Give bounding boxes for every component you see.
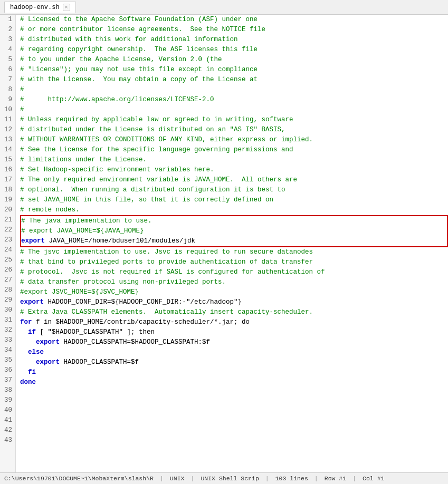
status-unix: UNIX bbox=[170, 475, 185, 482]
status-type: UNIX Shell Scrip bbox=[201, 475, 259, 482]
code-line: export HADOOP_CONF_DIR=${HADOOP_CONF_DIR… bbox=[20, 297, 448, 307]
code-line: # http://www.apache.org/licenses/LICENSE… bbox=[20, 95, 448, 105]
editor-area: 1234567891011121314151617181920212223242… bbox=[0, 15, 448, 472]
line-number: 25 bbox=[0, 255, 15, 265]
code-line: # with the License. You may obtain a cop… bbox=[20, 75, 448, 85]
line-number: 32 bbox=[0, 325, 15, 335]
code-line: # protocol. Jsvc is not required if SASL… bbox=[20, 267, 448, 277]
line-number: 41 bbox=[0, 415, 15, 425]
line-number: 26 bbox=[0, 265, 15, 275]
highlighted-block: # The java implementation to use.# expor… bbox=[20, 215, 448, 247]
code-line: # See the License for the specific langu… bbox=[20, 145, 448, 155]
file-tab[interactable]: hadoop-env.sh × bbox=[4, 2, 76, 13]
status-col: Col #1 bbox=[363, 475, 384, 482]
line-number: 19 bbox=[0, 195, 15, 205]
code-line: else bbox=[20, 347, 448, 357]
line-number: 13 bbox=[0, 135, 15, 145]
line-number: 11 bbox=[0, 115, 15, 125]
line-number: 10 bbox=[0, 105, 15, 115]
code-line: #export JSVC_HOME=${JSVC_HOME} bbox=[20, 287, 448, 297]
code-line: for f in $HADOOP_HOME/contrib/capacity-s… bbox=[20, 317, 448, 327]
line-number: 35 bbox=[0, 355, 15, 365]
code-line: # The jsvc implementation to use. Jsvc i… bbox=[20, 247, 448, 257]
line-number: 9 bbox=[0, 95, 15, 105]
code-line: # Set Hadoop-specific environment variab… bbox=[20, 165, 448, 175]
code-line: # bbox=[20, 85, 448, 95]
line-number: 40 bbox=[0, 405, 15, 415]
code-line: # Licensed to the Apache Software Founda… bbox=[20, 15, 448, 25]
line-number: 4 bbox=[0, 45, 15, 55]
status-path: C:\Users\19701\DOCUME~1\MobaXterm\slash\… bbox=[4, 475, 154, 482]
line-number: 33 bbox=[0, 335, 15, 345]
code-line: # that bind to privileged ports to provi… bbox=[20, 257, 448, 267]
code-line: # Unless required by applicable law or a… bbox=[20, 115, 448, 125]
line-number: 2 bbox=[0, 25, 15, 35]
status-bar: C:\Users\19701\DOCUME~1\MobaXterm\slash\… bbox=[0, 472, 448, 484]
line-number: 30 bbox=[0, 305, 15, 315]
line-number: 38 bbox=[0, 385, 15, 395]
line-number: 27 bbox=[0, 275, 15, 285]
code-line: # set JAVA_HOME in this file, so that it… bbox=[20, 195, 448, 205]
code-line: export HADOOP_CLASSPATH=$f bbox=[20, 357, 448, 367]
code-line: # export JAVA_HOME=${JAVA_HOME} bbox=[21, 226, 447, 236]
code-content[interactable]: # Licensed to the Apache Software Founda… bbox=[16, 15, 448, 472]
code-line: # Extra Java CLASSPATH elements. Automat… bbox=[20, 307, 448, 317]
tab-close-button[interactable]: × bbox=[63, 4, 70, 11]
code-line: # optional. When running a distributed c… bbox=[20, 185, 448, 195]
line-number: 37 bbox=[0, 375, 15, 385]
line-number: 43 bbox=[0, 435, 15, 446]
line-number: 15 bbox=[0, 155, 15, 165]
code-line: if [ "$HADOOP_CLASSPATH" ]; then bbox=[20, 327, 448, 337]
code-line: # "License"); you may not use this file … bbox=[20, 65, 448, 75]
line-number: 14 bbox=[0, 145, 15, 155]
code-line: # WITHOUT WARRANTIES OR CONDITIONS OF AN… bbox=[20, 135, 448, 145]
line-number: 42 bbox=[0, 425, 15, 435]
line-number: 3 bbox=[0, 35, 15, 45]
line-number: 34 bbox=[0, 345, 15, 355]
line-number: 6 bbox=[0, 65, 15, 75]
title-bar: hadoop-env.sh × bbox=[0, 0, 448, 15]
code-line: # remote nodes. bbox=[20, 205, 448, 215]
line-numbers: 1234567891011121314151617181920212223242… bbox=[0, 15, 16, 472]
line-number: 8 bbox=[0, 85, 15, 95]
line-number: 23 bbox=[0, 235, 15, 245]
line-number: 31 bbox=[0, 315, 15, 325]
code-line: # bbox=[20, 105, 448, 115]
line-number: 18 bbox=[0, 185, 15, 195]
code-line: done bbox=[20, 377, 448, 388]
line-number: 7 bbox=[0, 75, 15, 85]
code-line: # regarding copyright ownership. The ASF… bbox=[20, 45, 448, 55]
code-line: # The only required environment variable… bbox=[20, 175, 448, 185]
status-lines: 103 lines bbox=[275, 475, 308, 482]
line-number: 28 bbox=[0, 285, 15, 295]
line-number: 12 bbox=[0, 125, 15, 135]
code-line: # distributed with this work for additio… bbox=[20, 35, 448, 45]
line-number: 20 bbox=[0, 205, 15, 215]
line-number: 39 bbox=[0, 395, 15, 405]
line-number: 16 bbox=[0, 165, 15, 175]
line-number: 1 bbox=[0, 15, 15, 25]
line-number: 29 bbox=[0, 295, 15, 305]
tab-label: hadoop-env.sh bbox=[10, 4, 60, 11]
code-line: fi bbox=[20, 367, 448, 377]
code-line: # distributed under the License is distr… bbox=[20, 125, 448, 135]
code-line: # or more contributor license agreements… bbox=[20, 25, 448, 35]
code-line: export HADOOP_CLASSPATH=$HADOOP_CLASSPAT… bbox=[20, 337, 448, 347]
line-number: 24 bbox=[0, 245, 15, 255]
line-number: 17 bbox=[0, 175, 15, 185]
code-container: 1234567891011121314151617181920212223242… bbox=[0, 15, 448, 472]
code-line: # data transfer protocol using non-privi… bbox=[20, 277, 448, 287]
code-line: # The java implementation to use. bbox=[21, 216, 447, 226]
code-line: # limitations under the License. bbox=[20, 155, 448, 165]
line-number: 21 bbox=[0, 215, 15, 225]
code-line: # to you under the Apache License, Versi… bbox=[20, 55, 448, 65]
code-line: export JAVA_HOME=/home/bduser101/modules… bbox=[21, 236, 447, 246]
line-number: 5 bbox=[0, 55, 15, 65]
status-row: Row #1 bbox=[325, 475, 346, 482]
line-number: 36 bbox=[0, 365, 15, 375]
line-number: 22 bbox=[0, 225, 15, 235]
